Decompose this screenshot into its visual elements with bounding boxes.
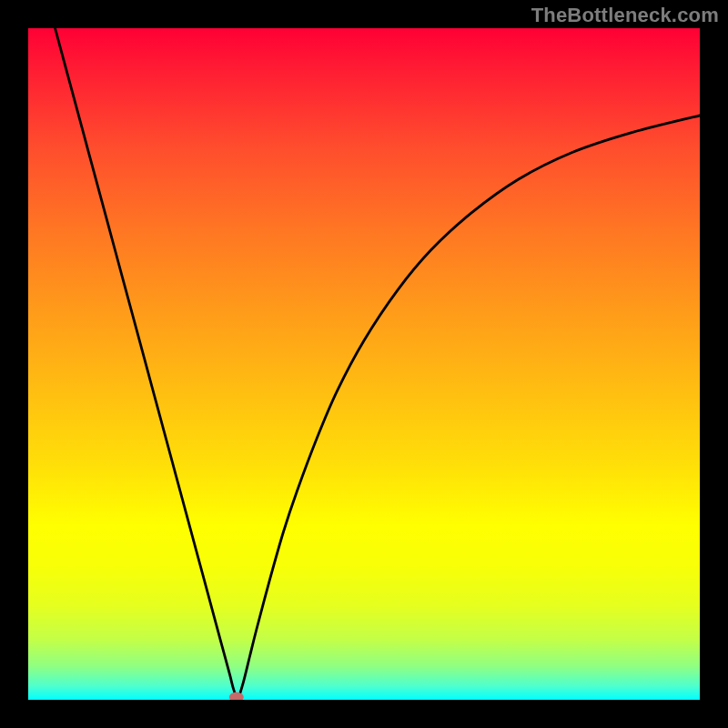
chart-frame: TheBottleneck.com bbox=[0, 0, 728, 728]
watermark-text: TheBottleneck.com bbox=[531, 4, 719, 27]
bottleneck-curve bbox=[56, 28, 700, 699]
curve-layer bbox=[28, 28, 700, 700]
minimum-marker bbox=[229, 693, 244, 700]
plot-area bbox=[28, 28, 700, 700]
